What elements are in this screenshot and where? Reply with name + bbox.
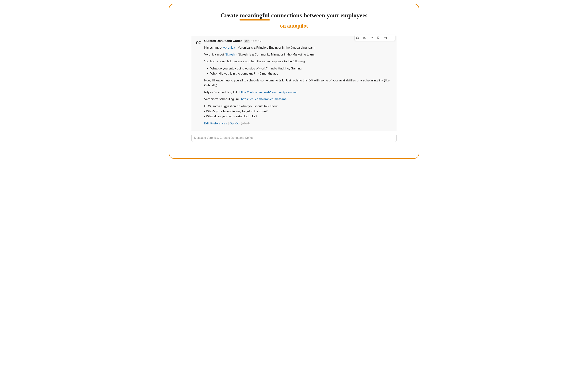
scheduling-link-1: Nityesh's scheduling link: https://cal.c… bbox=[204, 90, 393, 95]
promo-card: Create meaningful connections between yo… bbox=[169, 4, 419, 159]
suggestion-lead: BTW, some suggestion on what you should … bbox=[204, 104, 393, 109]
intro2-post: - Nityesh is a Community Manager in the … bbox=[235, 53, 315, 56]
link2-label: Veronica's scheduling link: bbox=[204, 97, 241, 101]
reply-thread-icon[interactable] bbox=[363, 36, 367, 40]
svg-point-5 bbox=[392, 38, 392, 38]
message-timestamp[interactable]: 10:30 PM bbox=[251, 39, 262, 43]
message-input[interactable] bbox=[191, 134, 397, 142]
reason-list: What do you enjoy doing outside of work?… bbox=[204, 66, 393, 76]
slack-screenshot: CC Curated Donut and Coffee APP 10:30 PM… bbox=[191, 36, 397, 142]
slack-message: CC Curated Donut and Coffee APP 10:30 PM… bbox=[191, 36, 397, 131]
edited-label: (edited) bbox=[240, 122, 250, 125]
mention-veronica[interactable]: Veronica bbox=[223, 46, 235, 49]
edit-preferences-link[interactable]: Edit Preferences bbox=[204, 122, 227, 125]
intro1-post: - Veronica is a Principle Engineer in th… bbox=[235, 46, 315, 49]
svg-point-0 bbox=[357, 37, 359, 39]
reason-lead: You both should talk because you had the… bbox=[204, 59, 393, 64]
bookmark-icon[interactable] bbox=[376, 36, 380, 40]
hero-text-post: connections between your employees bbox=[270, 12, 368, 19]
sender-name[interactable]: Curated Donut and Coffee bbox=[204, 39, 242, 43]
intro2-pre: Veronica meet bbox=[204, 53, 225, 56]
hero-text-underlined: meaningful bbox=[240, 11, 270, 20]
hero-heading: Create meaningful connections between yo… bbox=[173, 11, 415, 29]
link-nityesh-calendar[interactable]: https://cal.com/nityesh/community-connec… bbox=[239, 91, 297, 94]
suggestion-2: - What does your work setup look like? bbox=[204, 114, 393, 119]
opt-out-link[interactable]: Opt Out bbox=[230, 122, 241, 125]
svg-point-6 bbox=[392, 39, 392, 39]
suggestion-1: - What's your favourite way to get in th… bbox=[204, 109, 393, 114]
hero-line-1: Create meaningful connections between yo… bbox=[173, 11, 415, 20]
link1-label: Nityesh's scheduling link: bbox=[204, 91, 239, 94]
message-composer bbox=[191, 134, 397, 142]
create-reminder-icon[interactable] bbox=[383, 36, 387, 40]
link-veronica-calendar[interactable]: https://cal.com/veronica/meet-me bbox=[241, 97, 287, 101]
intro-line-1: Nityesh meet Veronica - Veronica is a Pr… bbox=[204, 45, 393, 50]
app-badge: APP bbox=[244, 40, 250, 43]
list-item: When did you join the company? - <6 mont… bbox=[210, 71, 393, 76]
scheduling-link-2: Veronica's scheduling link: https://cal.… bbox=[204, 97, 393, 102]
intro1-pre: Nityesh meet bbox=[204, 46, 223, 49]
add-reaction-icon[interactable] bbox=[356, 36, 360, 40]
more-actions-icon[interactable] bbox=[390, 36, 394, 40]
share-icon[interactable] bbox=[369, 36, 374, 40]
schedule-prompt: Now, I'll leave it up to you all to sche… bbox=[204, 78, 393, 88]
hero-text-pre: Create bbox=[220, 12, 240, 19]
sender-avatar[interactable]: CC bbox=[195, 39, 202, 46]
footer-actions: Edit Preferences | Opt Out (edited) bbox=[204, 121, 393, 126]
message-body: Curated Donut and Coffee APP 10:30 PM Ni… bbox=[204, 39, 393, 128]
list-item: What do you enjoy doing outside of work?… bbox=[210, 66, 393, 71]
message-hover-actions bbox=[354, 35, 395, 41]
intro-line-2: Veronica meet Nityesh - Nityesh is a Com… bbox=[204, 52, 393, 57]
mention-nityesh[interactable]: Nityesh bbox=[225, 53, 235, 56]
hero-line-2: on autopilot bbox=[173, 23, 415, 29]
svg-point-4 bbox=[392, 37, 392, 37]
pipe-separator: | bbox=[227, 122, 230, 125]
